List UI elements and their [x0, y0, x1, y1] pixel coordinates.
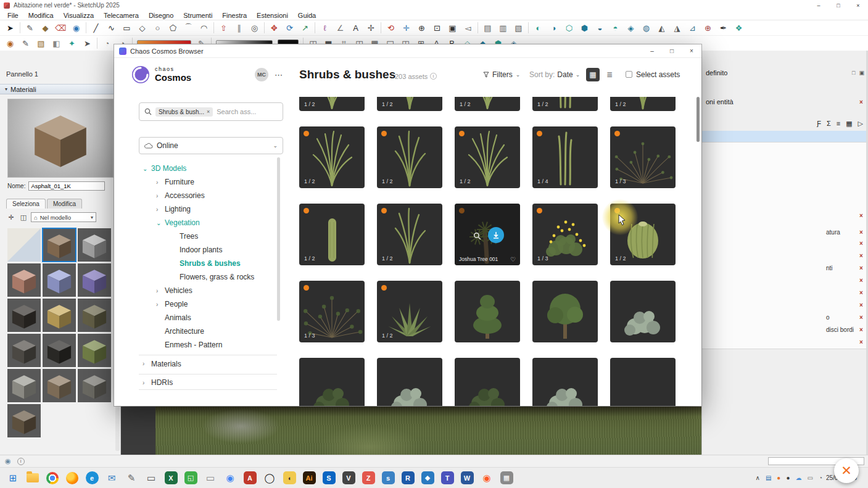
maximize-button[interactable]: □: [829, 0, 848, 10]
asset-tile[interactable]: 1 / 2: [377, 204, 442, 265]
material-thumb[interactable]: [78, 228, 111, 262]
tree-item-flowers-grass-rocks[interactable]: Flowers, grass & rocks: [139, 270, 277, 284]
ext-1-icon[interactable]: ◐: [531, 21, 546, 35]
tray-app-2-icon[interactable]: ●: [777, 474, 780, 481]
asset-tile[interactable]: 1 / 3: [532, 204, 598, 265]
tree-item-animals[interactable]: Animals: [139, 311, 277, 325]
taskbar-dark-app[interactable]: ◯: [262, 470, 278, 486]
orbit-icon[interactable]: ⟲: [383, 21, 399, 35]
tree-item-3d-models[interactable]: ⌄3D Models: [139, 162, 277, 175]
menu-telecamera[interactable]: Telecamera: [99, 12, 144, 19]
taskbar-notes[interactable]: ✎: [123, 470, 139, 486]
material-thumb[interactable]: [7, 263, 41, 297]
fx-icon[interactable]: ✦: [64, 36, 80, 50]
asset-tile[interactable]: 1 / 4: [532, 126, 598, 188]
freehand-icon[interactable]: ∿: [104, 21, 119, 35]
taskbar-blue-app[interactable]: ◆: [420, 470, 436, 486]
picker-icon[interactable]: ➤: [80, 36, 95, 50]
taskbar-chrome[interactable]: [44, 470, 60, 486]
taskbar-autodesk[interactable]: A: [242, 470, 258, 486]
source-dropdown[interactable]: Online ⌄: [139, 137, 283, 154]
tree-item-furniture[interactable]: ›Furniture: [139, 175, 277, 189]
asset-tile[interactable]: [299, 358, 365, 406]
asset-tile[interactable]: Joshua Tree 001♡: [455, 204, 520, 265]
ext-9-icon[interactable]: ◭: [654, 21, 669, 35]
eraser-icon[interactable]: ⌫: [53, 21, 68, 35]
taskbar-illustrator[interactable]: Ai: [301, 470, 317, 486]
taskbar-cat-app[interactable]: ◖: [281, 470, 297, 486]
tray-header-icon-1[interactable]: □: [852, 70, 855, 76]
ext-13-icon[interactable]: ✒: [716, 21, 731, 35]
taskbar-green-app[interactable]: ◱: [183, 470, 199, 486]
close-row-button[interactable]: ×: [857, 211, 866, 220]
search-input[interactable]: Shrubs & bush... × Search ass...: [139, 102, 283, 121]
menu-guida[interactable]: Guida: [293, 12, 321, 19]
material-thumb[interactable]: [7, 369, 41, 402]
tree-item-lighting[interactable]: ›Lighting: [139, 202, 277, 216]
taskbar-drive[interactable]: ◉: [222, 470, 238, 486]
grid-view-button[interactable]: ▦: [586, 68, 600, 81]
asset-tile[interactable]: [455, 358, 520, 406]
tape-measure-icon[interactable]: ℓ: [317, 21, 333, 35]
material-thumb[interactable]: [43, 369, 76, 402]
taskbar-excel[interactable]: X: [163, 470, 179, 486]
rectangle-icon[interactable]: ▭: [119, 21, 134, 35]
materials-tool-icon-2[interactable]: ◫: [19, 212, 28, 222]
tray-app-1-icon[interactable]: ▤: [766, 474, 771, 481]
asset-tile[interactable]: 1 / 2: [299, 204, 365, 265]
tree-item-indoor-plants[interactable]: Indoor plants: [139, 243, 277, 257]
asset-tile[interactable]: [377, 358, 442, 406]
close-button[interactable]: ×: [848, 0, 868, 10]
tree-item-vegetation[interactable]: ⌄Vegetation: [139, 216, 277, 230]
previous-icon[interactable]: ◅: [460, 21, 476, 35]
close-row-button[interactable]: ×: [857, 251, 866, 260]
asset-tile[interactable]: [532, 358, 598, 406]
asset-tile[interactable]: 1 / 2: [377, 281, 442, 342]
tree-item-shrubs-bushes[interactable]: Shrubs & bushes: [139, 257, 277, 270]
move-icon[interactable]: ✥: [267, 21, 282, 35]
tree-item-hdris[interactable]: ›HDRIs: [139, 374, 277, 390]
tray-network-icon[interactable]: ▭: [807, 474, 812, 481]
material-thumb[interactable]: [7, 299, 41, 332]
material-thumb[interactable]: [7, 228, 41, 262]
asset-tile[interactable]: 1 / 3: [299, 281, 365, 342]
pencil-icon[interactable]: ✎: [22, 21, 38, 35]
filters-button[interactable]: Filters ⌄: [483, 70, 520, 79]
ext-2-icon[interactable]: ◑: [546, 21, 561, 35]
ext-12-icon[interactable]: ⊕: [700, 21, 716, 35]
ext-7-icon[interactable]: ◈: [623, 21, 639, 35]
close-row-button[interactable]: ×: [857, 263, 866, 272]
sidebar-scrollbar[interactable]: [277, 157, 280, 321]
ext-14-icon[interactable]: ❖: [731, 21, 746, 35]
menu-disegno[interactable]: Disegno: [144, 12, 178, 19]
taskbar-edge[interactable]: e: [84, 470, 100, 486]
tree-item-materials[interactable]: ›Materials: [139, 355, 277, 371]
zoom-icon[interactable]: [471, 230, 482, 241]
cosmos-close-button[interactable]: ×: [682, 44, 701, 58]
circle-icon[interactable]: ○: [150, 21, 165, 35]
taskbar-firefox[interactable]: [64, 470, 80, 486]
material-thumb[interactable]: [43, 263, 76, 297]
rotated-rectangle-icon[interactable]: ◇: [134, 21, 150, 35]
close-row-button[interactable]: ×: [857, 239, 866, 247]
asset-tile[interactable]: 1 / 2: [532, 97, 598, 111]
material-thumb[interactable]: [78, 334, 111, 367]
edit-material-icon[interactable]: ✎: [18, 36, 33, 50]
material-thumb[interactable]: [43, 228, 76, 262]
material-thumb[interactable]: [78, 299, 111, 332]
menu-visualizza[interactable]: Visualizza: [59, 12, 99, 19]
taskbar-monitor[interactable]: ▭: [143, 470, 159, 486]
materials-section-header[interactable]: ▾ Materiali: [0, 84, 120, 94]
cosmos-maximize-button[interactable]: □: [662, 44, 682, 58]
select-assets-checkbox[interactable]: [626, 71, 632, 78]
close-row-button[interactable]: ×: [857, 276, 866, 284]
geolocation-icon[interactable]: ◉: [5, 457, 11, 465]
asset-tile[interactable]: 1 / 2: [299, 126, 365, 188]
push-pull-icon[interactable]: ⇧: [216, 21, 231, 35]
taskbar-word[interactable]: W: [459, 470, 475, 486]
asset-tile[interactable]: 1 / 2: [455, 97, 520, 111]
cosmos-titlebar[interactable]: Chaos Cosmos Browser – □ ×: [114, 44, 701, 58]
taskbar-gray-app[interactable]: ▦: [498, 470, 515, 486]
material-sample-icon[interactable]: ◉: [2, 36, 18, 50]
pie-icon[interactable]: ◠: [196, 21, 212, 35]
